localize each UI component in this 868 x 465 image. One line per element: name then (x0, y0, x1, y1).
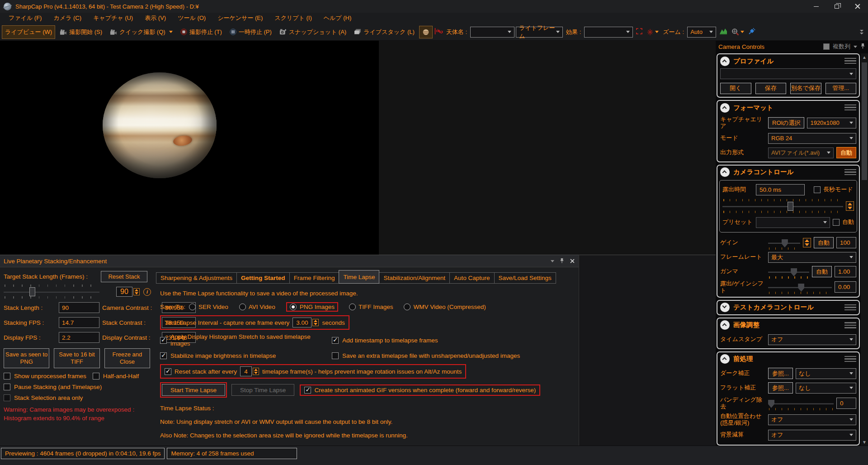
dark-combo[interactable]: なし (796, 368, 856, 379)
panel-menu-chevron-icon[interactable] (854, 46, 857, 48)
tab-time-lapse[interactable]: Time Lapse (339, 270, 379, 284)
profile-open-button[interactable]: 開く (720, 83, 751, 94)
output-auto-button[interactable]: 自動 (836, 147, 856, 158)
gain-slider[interactable] (768, 237, 800, 249)
slider-handle[interactable] (791, 268, 797, 276)
radio-tiff-images[interactable]: TIFF Images (349, 304, 393, 310)
profile-combo[interactable] (720, 68, 856, 79)
mode-combo[interactable]: RGB 24 (768, 133, 856, 144)
slider-handle[interactable] (798, 284, 804, 292)
shift-slider[interactable] (768, 281, 832, 293)
menu-scripts[interactable]: スクリプト (I) (269, 13, 317, 24)
reset-stack-spinner[interactable]: 4 (240, 366, 259, 376)
tab-sharpening[interactable]: Sharpening & Adjustments (156, 272, 237, 284)
gif-checkbox[interactable] (304, 387, 311, 394)
stack-selection-checkbox[interactable] (4, 394, 10, 401)
pause-stacking-checkbox[interactable] (4, 384, 10, 390)
target-stack-length-slider[interactable] (4, 286, 99, 298)
live-stack-button[interactable]: ライブスタック (L) (351, 25, 418, 39)
slider-handle[interactable] (782, 239, 788, 247)
half-and-half-checkbox[interactable] (93, 373, 99, 380)
capture-area-combo[interactable]: 1920x1080 (807, 118, 856, 128)
collapse-chevron-icon[interactable] (720, 167, 730, 177)
panel-scrollbar[interactable]: ▲ ▼ (861, 53, 868, 446)
radio-wmv-video[interactable]: WMV Video (Compressed) (404, 304, 486, 310)
close-panel-icon[interactable] (570, 259, 575, 263)
gamma-slider[interactable] (768, 266, 809, 278)
pin-icon[interactable] (860, 43, 865, 51)
shift-value-input[interactable]: 0.00 (835, 281, 856, 293)
profile-save-button[interactable]: 保存 (755, 83, 787, 94)
roi-select-button[interactable]: ROIの選択 (768, 117, 804, 128)
background-subtract-combo[interactable]: オフ (768, 430, 856, 441)
object-name-combo[interactable] (470, 27, 514, 38)
minimize-button[interactable] (806, 0, 826, 13)
flat-browse-button[interactable]: 参照... (768, 382, 793, 394)
collapse-chevron-icon[interactable] (720, 57, 730, 66)
gamma-value-input[interactable]: 1.00 (835, 266, 856, 277)
dark-browse-button[interactable]: 参照... (768, 368, 793, 379)
effect-combo[interactable] (584, 27, 633, 38)
interval-spinner[interactable]: 3.00 (292, 318, 319, 327)
tab-frame-filtering[interactable]: Frame Filtering (289, 272, 340, 284)
exposure-spinner[interactable] (846, 201, 854, 211)
slider-handle[interactable] (768, 400, 774, 408)
exposure-slider[interactable] (722, 200, 843, 212)
save-png-button[interactable]: Save as seen to PNG (4, 348, 49, 368)
hamburger-icon[interactable] (844, 169, 856, 176)
capture-stop-button[interactable]: 撮影停止 (T) (177, 25, 225, 39)
tab-getting-started[interactable]: Getting Started (236, 272, 290, 284)
reset-stack-button[interactable]: Reset Stack (101, 271, 147, 282)
spinner-arrows[interactable] (253, 368, 259, 375)
restore-button[interactable] (826, 0, 847, 13)
snapshot-button[interactable]: スナップショット (A) (276, 25, 349, 39)
framerate-combo[interactable]: 最大 (768, 252, 856, 263)
menu-sequencer[interactable]: シーケンサー (E) (212, 13, 269, 24)
quick-capture-button[interactable]: クイック撮影 (Q) (107, 25, 176, 39)
tab-stabilization[interactable]: Stabilization/Alignment (379, 272, 450, 284)
slider-handle[interactable] (29, 287, 35, 296)
radio-ser-video[interactable]: SER Video (189, 304, 228, 310)
hamburger-icon[interactable] (844, 304, 856, 311)
stop-time-lapse-button[interactable]: Stop Time Lapse (231, 384, 294, 396)
interval-value[interactable]: 3.00 (292, 318, 311, 327)
menu-capture[interactable]: キャプチャ (U) (87, 13, 139, 24)
timestamp-checkbox[interactable] (332, 337, 339, 344)
timestamp-combo[interactable]: オフ (768, 334, 856, 345)
target-stack-length-value[interactable]: 90 (116, 287, 132, 297)
collapse-chevron-icon[interactable] (720, 354, 730, 364)
pause-button[interactable]: 一時停止 (P) (226, 25, 275, 39)
multi-column-checkbox[interactable] (823, 43, 830, 50)
menu-help[interactable]: ヘルプ (H) (318, 13, 358, 24)
menu-file[interactable]: ファイル (F) (3, 13, 47, 24)
info-icon[interactable]: i (143, 288, 151, 296)
output-format-combo[interactable]: AVIファイル(*.avi) (768, 147, 834, 158)
histogram-icon[interactable] (717, 28, 729, 37)
collapse-chevron-icon[interactable] (720, 103, 730, 113)
stretch-checkbox[interactable] (160, 337, 167, 344)
radio-png-images[interactable]: PNG Images (286, 302, 338, 312)
selection-area-icon[interactable] (634, 28, 644, 37)
menu-camera[interactable]: カメラ (C) (47, 13, 87, 24)
slider-handle[interactable] (788, 202, 793, 211)
hamburger-icon[interactable] (844, 322, 856, 328)
scroll-down-icon[interactable]: ▼ (862, 439, 867, 445)
reticle-tool-button[interactable] (731, 28, 745, 36)
stabilize-brightness-checkbox[interactable] (160, 352, 167, 359)
banding-value-input[interactable]: 0 (836, 398, 856, 409)
toolbar-overflow-button[interactable] (857, 28, 866, 36)
menu-view[interactable]: 表示 (V) (139, 13, 172, 24)
star-mask-button[interactable] (646, 28, 660, 36)
panel-menu-chevron-icon[interactable] (551, 260, 554, 262)
hamburger-icon[interactable] (844, 356, 856, 362)
camera-preview-viewport[interactable] (0, 41, 379, 255)
hamburger-icon[interactable] (844, 58, 856, 64)
scroll-up-icon[interactable]: ▲ (862, 54, 867, 60)
live-view-toggle[interactable]: ライブビュー (W) (2, 25, 55, 39)
filename-ing-icon[interactable] (434, 28, 443, 37)
reset-stack-checkbox[interactable] (165, 368, 171, 375)
close-button[interactable] (847, 0, 868, 13)
target-stack-length-spinner[interactable]: 90 (116, 287, 140, 297)
light-frame-combo[interactable]: ライトフレーム (516, 27, 563, 38)
capture-start-button[interactable]: 撮影開始 (S) (57, 25, 105, 39)
